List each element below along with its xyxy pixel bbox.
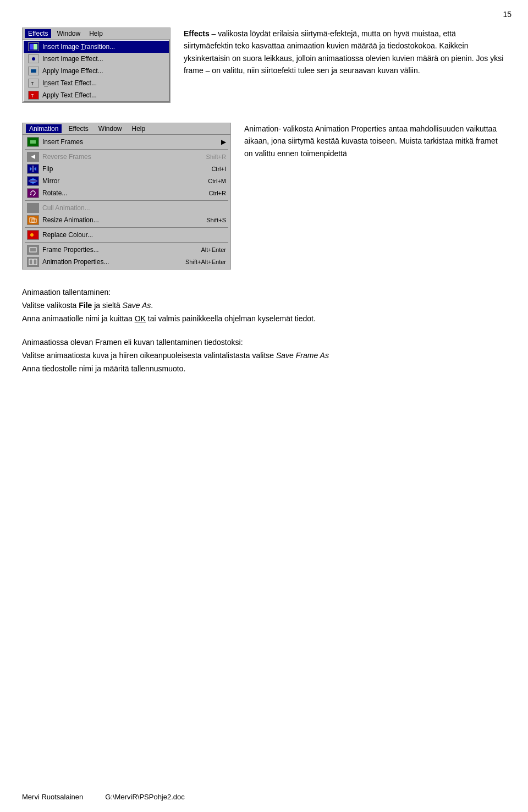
window-menu-bar-item[interactable]: Window: [53, 29, 84, 38]
flip-item[interactable]: Flip Ctrl+I: [23, 163, 230, 175]
footer-author: Mervi Ruotsalainen: [22, 793, 83, 801]
save-section: Animaation tallentaminen: Valitse valiko…: [22, 286, 506, 325]
menu-icon2: [28, 54, 39, 63]
menu-icon: [28, 42, 39, 51]
frame-save-heading: Animaatiossa olevan Framen eli kuvan tal…: [22, 338, 243, 347]
menu-icon5: T: [28, 91, 39, 100]
cull-animation-icon: [27, 203, 39, 213]
top-description: Effects – valikosta löydät erilaisia sii…: [184, 28, 506, 77]
rotate-item[interactable]: Rotate... Ctrl+R: [23, 187, 230, 199]
insert-image-transition-item[interactable]: Insert Image Transition...: [24, 41, 169, 53]
footer: Mervi Ruotsalainen G:\MerviR\PSPohje2.do…: [22, 793, 506, 801]
menu-icon4: T: [28, 79, 39, 87]
svg-point-30: [30, 233, 34, 237]
svg-text:T: T: [31, 81, 34, 86]
insert-frames-item[interactable]: Insert Frames ▶: [23, 136, 230, 148]
page-number: 15: [503, 10, 512, 19]
middle-description: Animation- valikosta Animation Propertie…: [244, 123, 506, 160]
svg-point-4: [32, 57, 35, 61]
svg-rect-0: [30, 44, 33, 50]
effects-menu-bar-item[interactable]: Effects: [25, 29, 51, 38]
bottom-section: Animaation tallentaminen: Valitse valiko…: [22, 286, 506, 376]
frame-save-line1: Valitse animaatiosta kuva ja hiiren oike…: [22, 351, 276, 360]
save-frame-as-italic: Save Frame As: [276, 351, 329, 360]
svg-text:T: T: [31, 93, 34, 98]
save-line2-end: tai valmis painikkeella ohjelman kyselem…: [146, 314, 316, 323]
resize-animation-icon: [27, 215, 39, 225]
ok-underline: OK: [135, 314, 146, 323]
cull-animation-item[interactable]: Cull Animation...: [23, 202, 230, 214]
animaation-tallentaminen-heading: Animaation tallentaminen:: [22, 288, 111, 297]
reverse-frames-icon: [27, 152, 39, 162]
animation-properties-icon: [27, 257, 39, 267]
rotate-icon: [27, 188, 39, 198]
mirror-icon: [27, 176, 39, 186]
apply-text-effect-item[interactable]: T Apply Text Effect...: [24, 89, 169, 101]
svg-rect-6: [31, 69, 36, 73]
save-line1-mid: ja sieltä: [92, 301, 122, 310]
save-as-italic: Save As: [123, 301, 151, 310]
file-bold: File: [79, 301, 92, 310]
svg-rect-12: [30, 140, 36, 144]
svg-rect-1: [34, 44, 37, 50]
animation-properties-item[interactable]: Animation Properties... Shift+Alt+Enter: [23, 256, 230, 268]
insert-image-effect-item[interactable]: Insert Image Effect...: [24, 53, 169, 65]
frame-properties-icon: [27, 245, 39, 255]
effects-menubar-item[interactable]: Effects: [65, 124, 91, 133]
save-line2: Anna animaatiolle nimi ja kuittaa: [22, 314, 135, 323]
help-menubar-item[interactable]: Help: [129, 124, 149, 133]
replace-colour-icon: [27, 230, 39, 240]
svg-rect-33: [29, 259, 37, 265]
window-menubar-item[interactable]: Window: [95, 124, 125, 133]
effects-description: – valikosta löydät erilaisia siirtymä-ef…: [184, 29, 503, 75]
mirror-item[interactable]: Mirror Ctrl+M: [23, 175, 230, 187]
apply-image-effect-item[interactable]: Apply Image Effect...: [24, 65, 169, 77]
flip-icon: [27, 164, 39, 174]
footer-path: G:\MerviR\PSPohje2.doc: [105, 793, 185, 801]
animation-menu-screenshot: Animation Effects Window Help Insert Fra…: [22, 123, 231, 270]
svg-rect-25: [29, 205, 37, 211]
effects-menu-screenshot: Effects Window Help Insert Image Transit…: [22, 28, 170, 103]
reverse-frames-item[interactable]: Reverse Frames Shift+R: [23, 151, 230, 163]
menu-icon3: [28, 67, 39, 75]
frame-save-section: Animaatiossa olevan Framen eli kuvan tal…: [22, 336, 506, 375]
insert-frames-icon: [27, 137, 39, 147]
resize-animation-item[interactable]: Resize Animation... Shift+S: [23, 214, 230, 226]
help-menu-bar-item[interactable]: Help: [86, 29, 106, 38]
replace-colour-item[interactable]: Replace Colour...: [23, 229, 230, 241]
animation-menubar-item[interactable]: Animation: [26, 124, 62, 133]
save-line1-end: .: [151, 301, 153, 310]
save-line1-prefix: Valitse valikosta: [22, 301, 79, 310]
frame-save-line2: Anna tiedostolle nimi ja määritä tallenn…: [22, 364, 185, 373]
effects-bold: Effects: [184, 29, 210, 38]
insert-text-effect-item[interactable]: T Insert Text Effect...: [24, 77, 169, 89]
frame-properties-item[interactable]: Frame Properties... Alt+Enter: [23, 244, 230, 256]
